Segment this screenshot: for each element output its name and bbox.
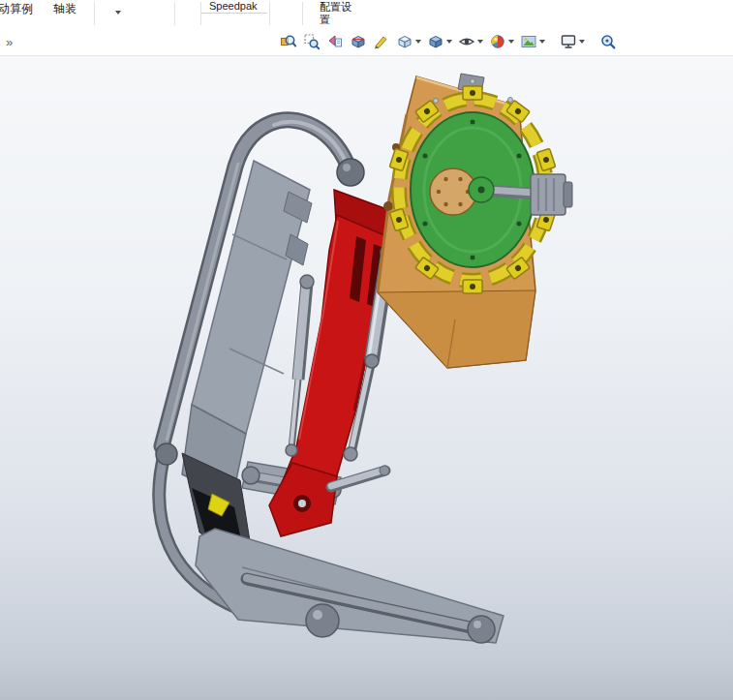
- ribbon-bar: 动算例 轴装 Speedpak 配置设置: [0, 0, 733, 29]
- zoom-to-area-button[interactable]: [301, 31, 322, 52]
- magnifier-icon: [599, 33, 617, 50]
- dropdown-caret[interactable]: [508, 40, 514, 44]
- dropdown-caret[interactable]: [415, 40, 421, 44]
- dropdown-caret[interactable]: [579, 40, 585, 44]
- monitor-icon: [560, 33, 577, 50]
- ribbon-tab-motion-study[interactable]: 动算例: [0, 1, 33, 17]
- display-style-cube-icon: [427, 33, 444, 50]
- dropdown-caret[interactable]: [477, 40, 483, 44]
- view-orientation-cube-icon: [396, 33, 413, 50]
- magnified-selection-button[interactable]: [597, 31, 619, 52]
- ribbon-separator: [200, 2, 201, 25]
- dropdown-caret[interactable]: [446, 40, 452, 44]
- ribbon-tab-configuration[interactable]: 配置设置: [320, 1, 358, 25]
- headsup-toolbar: »: [0, 28, 733, 56]
- dynamic-annotation-views-button[interactable]: [371, 31, 392, 52]
- section-view-button[interactable]: [348, 31, 369, 52]
- dropdown-caret[interactable]: [539, 40, 545, 44]
- annotation-pencil-icon: [373, 33, 390, 50]
- link-cylinder[interactable]: [331, 466, 389, 487]
- scene-picture-icon: [520, 33, 537, 50]
- edit-appearance-button[interactable]: [487, 31, 516, 52]
- headsup-buttons-row: [277, 28, 620, 55]
- view-orientation-button[interactable]: [394, 31, 423, 52]
- ribbon-separator: [302, 2, 303, 25]
- ribbon-separator: [269, 2, 270, 25]
- apply-scene-button[interactable]: [518, 31, 547, 52]
- eye-icon: [458, 33, 475, 50]
- ribbon-separator: [94, 2, 95, 25]
- graphics-area[interactable]: [0, 55, 733, 700]
- display-style-button[interactable]: [425, 31, 454, 52]
- ribbon-tab-axis-assembly[interactable]: 轴装: [53, 1, 76, 17]
- appearance-ball-icon: [489, 33, 506, 50]
- zoom-to-area-icon: [303, 33, 321, 50]
- zoom-to-fit-button[interactable]: [278, 31, 299, 52]
- previous-view-icon: [326, 33, 344, 50]
- drive-motor[interactable]: [531, 174, 572, 215]
- view-settings-button[interactable]: [558, 31, 587, 52]
- ribbon-separator: [174, 2, 175, 25]
- ribbon-tab-speedpak[interactable]: Speedpak: [209, 0, 258, 12]
- zoom-to-fit-icon: [280, 33, 297, 50]
- assembly-model[interactable]: [0, 55, 733, 700]
- hide-show-items-button[interactable]: [456, 31, 485, 52]
- ribbon-dropdown-caret[interactable]: [115, 11, 121, 15]
- ribbon-tab-underline: [201, 13, 267, 14]
- section-view-icon: [350, 33, 367, 50]
- previous-view-button[interactable]: [324, 31, 346, 52]
- toolbar-overflow-chevron[interactable]: »: [6, 35, 13, 49]
